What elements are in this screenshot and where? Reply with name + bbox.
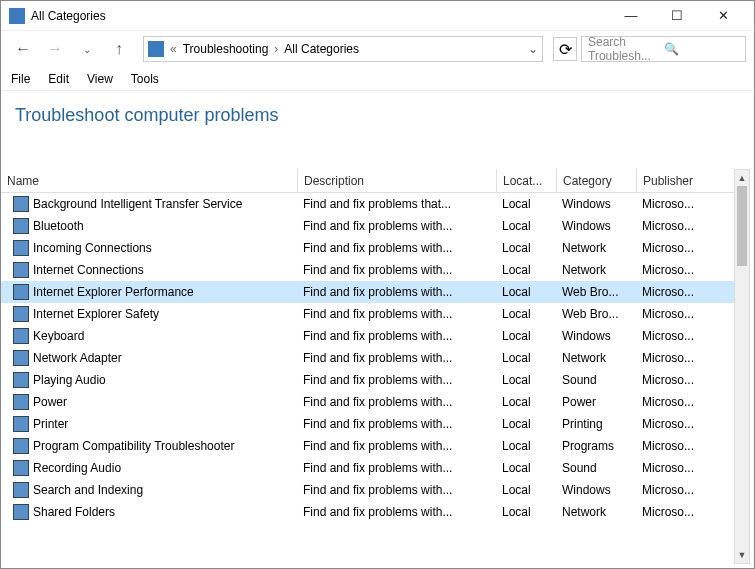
row-publisher: Microso... — [636, 285, 716, 299]
row-publisher: Microso... — [636, 461, 716, 475]
table-row[interactable]: Background Intelligent Transfer ServiceF… — [1, 193, 734, 215]
row-location: Local — [496, 373, 556, 387]
troubleshooter-icon — [13, 482, 29, 498]
column-header-location[interactable]: Locat... — [496, 169, 556, 192]
row-name: Playing Audio — [33, 373, 291, 387]
table-row[interactable]: Recording AudioFind and fix problems wit… — [1, 457, 734, 479]
row-location: Local — [496, 417, 556, 431]
row-category: Web Bro... — [556, 285, 636, 299]
row-description: Find and fix problems with... — [297, 483, 496, 497]
row-name: Network Adapter — [33, 351, 291, 365]
row-name: Program Compatibility Troubleshooter — [33, 439, 291, 453]
table-row[interactable]: Network AdapterFind and fix problems wit… — [1, 347, 734, 369]
row-name: Internet Connections — [33, 263, 291, 277]
row-category: Windows — [556, 219, 636, 233]
row-location: Local — [496, 395, 556, 409]
row-description: Find and fix problems with... — [297, 285, 496, 299]
row-description: Find and fix problems with... — [297, 395, 496, 409]
crumb-all-categories[interactable]: All Categories — [284, 42, 359, 56]
table-row[interactable]: Incoming ConnectionsFind and fix problem… — [1, 237, 734, 259]
menu-edit[interactable]: Edit — [48, 72, 69, 86]
troubleshooter-icon — [13, 372, 29, 388]
menu-tools[interactable]: Tools — [131, 72, 159, 86]
row-category: Sound — [556, 461, 636, 475]
forward-button[interactable]: → — [41, 35, 69, 63]
column-header-description[interactable]: Description — [297, 169, 496, 192]
table-row[interactable]: KeyboardFind and fix problems with...Loc… — [1, 325, 734, 347]
row-description: Find and fix problems with... — [297, 373, 496, 387]
vertical-scrollbar[interactable]: ▲ ▼ — [734, 169, 750, 564]
table-row[interactable]: Search and IndexingFind and fix problems… — [1, 479, 734, 501]
column-header-category[interactable]: Category — [556, 169, 636, 192]
table-row[interactable]: Internet Explorer PerformanceFind and fi… — [1, 281, 734, 303]
close-button[interactable]: ✕ — [700, 1, 746, 31]
scroll-down-icon[interactable]: ▼ — [735, 547, 749, 563]
search-icon: 🔍 — [664, 42, 740, 56]
row-publisher: Microso... — [636, 241, 716, 255]
troubleshooter-icon — [13, 284, 29, 300]
table-row[interactable]: Playing AudioFind and fix problems with.… — [1, 369, 734, 391]
table-row[interactable]: Program Compatibility TroubleshooterFind… — [1, 435, 734, 457]
table-row[interactable]: Shared FoldersFind and fix problems with… — [1, 501, 734, 523]
troubleshooter-icon — [13, 460, 29, 476]
page-title: Troubleshoot computer problems — [1, 91, 754, 144]
troubleshooter-icon — [13, 240, 29, 256]
table-row[interactable]: PrinterFind and fix problems with...Loca… — [1, 413, 734, 435]
row-publisher: Microso... — [636, 263, 716, 277]
row-description: Find and fix problems with... — [297, 241, 496, 255]
row-description: Find and fix problems with... — [297, 439, 496, 453]
row-category: Sound — [556, 373, 636, 387]
column-header-publisher[interactable]: Publisher — [636, 169, 716, 192]
address-bar[interactable]: « Troubleshooting › All Categories ⌄ — [143, 36, 543, 62]
row-publisher: Microso... — [636, 307, 716, 321]
row-location: Local — [496, 285, 556, 299]
menu-file[interactable]: File — [11, 72, 30, 86]
column-header-name[interactable]: Name — [1, 174, 297, 188]
table-row[interactable]: PowerFind and fix problems with...LocalP… — [1, 391, 734, 413]
row-publisher: Microso... — [636, 505, 716, 519]
row-publisher: Microso... — [636, 329, 716, 343]
row-description: Find and fix problems that... — [297, 197, 496, 211]
recent-dropdown[interactable]: ⌄ — [73, 35, 101, 63]
row-publisher: Microso... — [636, 417, 716, 431]
row-category: Windows — [556, 483, 636, 497]
row-location: Local — [496, 461, 556, 475]
table-row[interactable]: Internet Explorer SafetyFind and fix pro… — [1, 303, 734, 325]
table-row[interactable]: BluetoothFind and fix problems with...Lo… — [1, 215, 734, 237]
table-row[interactable]: Internet ConnectionsFind and fix problem… — [1, 259, 734, 281]
maximize-button[interactable]: ☐ — [654, 1, 700, 31]
row-description: Find and fix problems with... — [297, 307, 496, 321]
row-location: Local — [496, 219, 556, 233]
troubleshooter-icon — [13, 416, 29, 432]
scroll-up-icon[interactable]: ▲ — [735, 170, 749, 186]
row-description: Find and fix problems with... — [297, 505, 496, 519]
minimize-button[interactable]: — — [608, 1, 654, 31]
troubleshooter-icon — [13, 306, 29, 322]
app-icon — [9, 8, 25, 24]
row-category: Network — [556, 351, 636, 365]
crumb-sep: « — [170, 42, 177, 56]
row-category: Windows — [556, 329, 636, 343]
crumb-troubleshooting[interactable]: Troubleshooting — [183, 42, 269, 56]
address-dropdown-icon[interactable]: ⌄ — [528, 42, 538, 56]
troubleshooter-icon — [13, 218, 29, 234]
row-name: Printer — [33, 417, 291, 431]
troubleshooter-icon — [13, 262, 29, 278]
row-name: Keyboard — [33, 329, 291, 343]
row-category: Web Bro... — [556, 307, 636, 321]
row-description: Find and fix problems with... — [297, 219, 496, 233]
row-location: Local — [496, 439, 556, 453]
row-description: Find and fix problems with... — [297, 461, 496, 475]
row-location: Local — [496, 241, 556, 255]
up-button[interactable]: ↑ — [105, 35, 133, 63]
troubleshooter-icon — [13, 350, 29, 366]
menu-view[interactable]: View — [87, 72, 113, 86]
scrollbar-thumb[interactable] — [737, 186, 747, 266]
row-name: Recording Audio — [33, 461, 291, 475]
row-location: Local — [496, 329, 556, 343]
search-input[interactable]: Search Troublesh... 🔍 — [581, 36, 746, 62]
row-category: Network — [556, 241, 636, 255]
row-publisher: Microso... — [636, 395, 716, 409]
back-button[interactable]: ← — [9, 35, 37, 63]
refresh-button[interactable]: ⟳ — [553, 37, 577, 61]
